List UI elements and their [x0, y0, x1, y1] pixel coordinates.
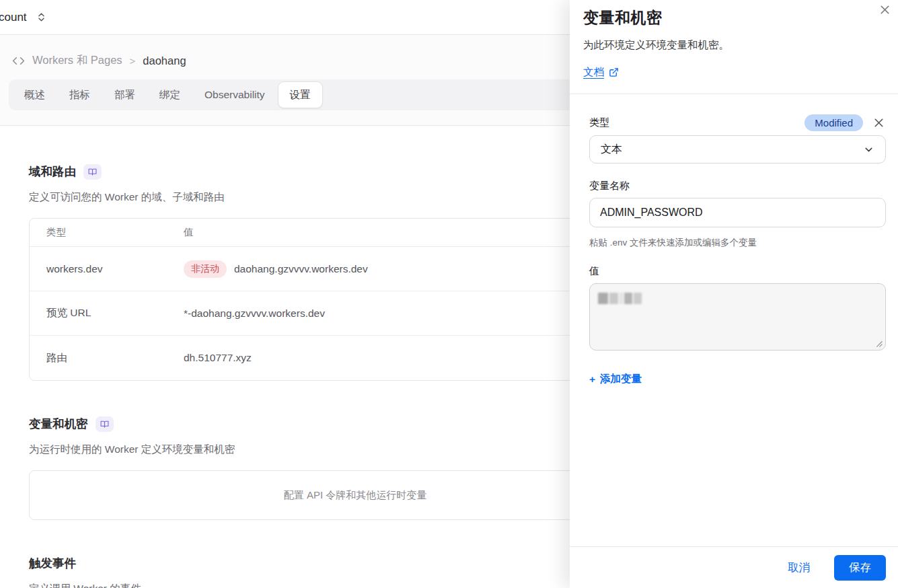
- plus-icon: +: [589, 373, 595, 385]
- variable-value-textarea[interactable]: [589, 283, 886, 351]
- external-link-icon: [609, 67, 619, 77]
- type-label: 类型: [589, 116, 609, 129]
- add-variable-label: 添加变量: [600, 372, 642, 386]
- modified-badge: Modified: [805, 114, 863, 131]
- value-label: 值: [589, 265, 886, 278]
- account-switcher[interactable]: count: [0, 11, 47, 24]
- variable-entry-form: 类型 Modified 文本 变量名称 粘贴 .env 文件来快速添加或编辑多个…: [570, 94, 898, 386]
- panel-description: 为此环境定义环境变量和机密。: [583, 38, 883, 52]
- docs-book-icon[interactable]: [96, 416, 114, 432]
- variable-name-input[interactable]: [589, 198, 886, 227]
- resize-handle[interactable]: [875, 340, 883, 347]
- section-title-variables: 变量和机密: [29, 416, 88, 432]
- env-paste-hint: 粘贴 .env 文件来快速添加或编辑多个变量: [589, 237, 886, 249]
- add-variable-button[interactable]: + 添加变量: [589, 372, 642, 386]
- docs-link-label: 文档: [583, 65, 604, 79]
- select-chevrons-icon: [36, 11, 47, 23]
- panel-footer: 取消 保存: [570, 546, 898, 588]
- breadcrumb-workers-pages[interactable]: Workers 和 Pages: [32, 53, 122, 68]
- section-title-domains: 域和路由: [29, 163, 76, 180]
- row-value-text: *-daohang.gzvvvv.workers.dev: [184, 307, 325, 320]
- row-value: *-daohang.gzvvvv.workers.dev: [184, 307, 325, 320]
- name-label: 变量名称: [589, 180, 886, 192]
- chevron-down-icon: [863, 144, 874, 155]
- row-value-text: daohang.gzvvvv.workers.dev: [234, 263, 368, 275]
- type-select-value: 文本: [601, 143, 622, 157]
- type-select[interactable]: 文本: [589, 135, 886, 163]
- row-value-text: dh.510777.xyz: [184, 352, 252, 364]
- breadcrumb-current-page: daohang: [143, 54, 186, 67]
- tab-4[interactable]: Observability: [193, 81, 276, 108]
- configure-variables-text: 配置 API 令牌和其他运行时变量: [284, 489, 427, 502]
- section-title-triggers: 触发事件: [29, 555, 76, 571]
- col-header-value: 值: [184, 226, 194, 239]
- cancel-button[interactable]: 取消: [784, 560, 814, 576]
- save-button[interactable]: 保存: [834, 555, 886, 581]
- variables-secrets-panel: 变量和机密 为此环境定义环境变量和机密。 文档 类型 Modified 文本: [570, 0, 898, 588]
- panel-header: 变量和机密 为此环境定义环境变量和机密。 文档: [570, 0, 898, 79]
- code-brackets-icon: [12, 54, 25, 67]
- docs-link[interactable]: 文档: [583, 65, 619, 79]
- tab-5[interactable]: 设置: [278, 81, 323, 108]
- tab-1[interactable]: 指标: [58, 81, 102, 108]
- col-header-type: 类型: [46, 226, 184, 239]
- docs-book-icon[interactable]: [83, 164, 102, 180]
- row-value: 非活动daohang.gzvvvv.workers.dev: [184, 260, 368, 278]
- row-type: 路由: [46, 351, 184, 365]
- row-value: dh.510777.xyz: [184, 352, 252, 364]
- tab-2[interactable]: 部署: [103, 81, 147, 108]
- row-type: workers.dev: [46, 263, 184, 275]
- breadcrumb-separator: >: [130, 55, 136, 67]
- tab-0[interactable]: 概述: [13, 81, 57, 108]
- status-badge: 非活动: [184, 260, 227, 278]
- tab-3[interactable]: 绑定: [148, 81, 192, 108]
- remove-variable-icon[interactable]: [872, 116, 886, 130]
- row-type: 预览 URL: [46, 306, 184, 320]
- panel-close-icon[interactable]: [876, 1, 893, 18]
- panel-title: 变量和机密: [583, 7, 883, 28]
- account-name: count: [0, 11, 27, 24]
- redacted-secret-value: [598, 293, 877, 304]
